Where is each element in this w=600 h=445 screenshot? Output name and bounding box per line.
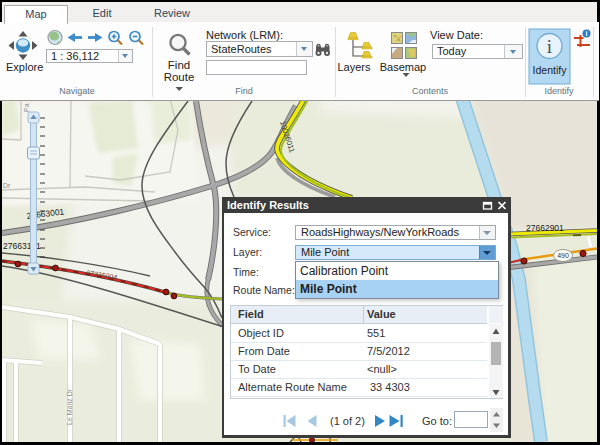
svg-text:27662901: 27662901: [526, 223, 564, 233]
svg-text:Pa: Pa: [23, 103, 30, 112]
svg-text:(1 of 2): (1 of 2): [330, 415, 365, 427]
svg-text:Dr: Dr: [3, 182, 11, 189]
svg-text:Go to:: Go to:: [422, 415, 452, 427]
svg-text:490: 490: [557, 252, 569, 259]
svg-text:i: i: [586, 30, 588, 37]
svg-text:Le Manz Dr: Le Manz Dr: [66, 388, 73, 425]
svg-text:i: i: [547, 36, 552, 57]
